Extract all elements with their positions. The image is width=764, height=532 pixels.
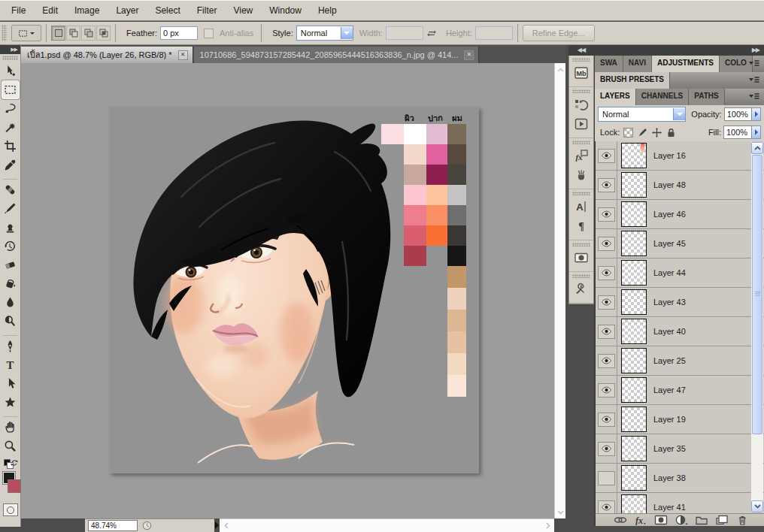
- panels-expand-icon[interactable]: ▶▶: [594, 45, 764, 56]
- add-to-selection-mode-button[interactable]: [66, 26, 80, 41]
- utilities-icon[interactable]: [571, 280, 591, 298]
- tool-zoom[interactable]: [2, 437, 20, 455]
- close-tab-icon[interactable]: ✕: [178, 50, 188, 60]
- layer-row[interactable]: Layer 40: [596, 317, 764, 346]
- layer-row[interactable]: Layer 38: [596, 464, 764, 493]
- visibility-toggle[interactable]: [598, 500, 615, 514]
- layer-row[interactable]: Layer 47: [596, 376, 764, 405]
- layer-thumbnail[interactable]: [621, 465, 647, 491]
- layer-thumbnail[interactable]: [621, 348, 647, 373]
- menu-layer[interactable]: Layer: [108, 2, 147, 20]
- layer-visibility-cell[interactable]: [596, 317, 617, 346]
- swap-dimensions-icon[interactable]: [426, 29, 437, 38]
- document-info-icon[interactable]: [142, 521, 152, 530]
- close-tab-icon[interactable]: ✕: [464, 50, 474, 60]
- lock-all-icon[interactable]: [666, 128, 676, 138]
- layer-visibility-cell[interactable]: [596, 346, 617, 375]
- default-colors-control[interactable]: [2, 458, 19, 470]
- scroll-right-icon[interactable]: [542, 520, 553, 531]
- tab-paths[interactable]: PATHS: [689, 89, 724, 105]
- tool-quick-selection[interactable]: [2, 118, 20, 137]
- tool-rectangular-marquee[interactable]: [2, 80, 20, 99]
- visibility-toggle[interactable]: [598, 413, 615, 427]
- layer-name[interactable]: Layer 16: [653, 151, 686, 160]
- layer-name[interactable]: Layer 35: [653, 444, 686, 453]
- menu-select[interactable]: Select: [147, 2, 188, 20]
- menu-image[interactable]: Image: [66, 2, 108, 20]
- tab-channels[interactable]: CHANNELS: [636, 89, 690, 105]
- layer-row[interactable]: Layer 48: [596, 171, 764, 200]
- fill-input[interactable]: 100%: [723, 125, 752, 139]
- dock-grip[interactable]: [572, 192, 590, 195]
- antialias-checkbox[interactable]: [204, 29, 214, 38]
- visibility-toggle[interactable]: [598, 383, 615, 397]
- height-input[interactable]: [475, 26, 513, 40]
- visibility-toggle[interactable]: [598, 442, 615, 456]
- scroll-up-icon[interactable]: [555, 64, 566, 75]
- link-layers-icon[interactable]: [614, 515, 627, 525]
- zoom-level-input[interactable]: 48.74%: [88, 520, 138, 531]
- tool-pen[interactable]: [2, 337, 20, 355]
- layer-name[interactable]: Layer 47: [653, 385, 686, 394]
- visibility-toggle[interactable]: [598, 295, 615, 310]
- character-icon[interactable]: A: [571, 198, 591, 216]
- tool-history-brush[interactable]: [2, 237, 20, 255]
- paragraph-icon[interactable]: ¶: [571, 217, 591, 235]
- opacity-slider-icon[interactable]: [752, 107, 761, 121]
- history-icon[interactable]: [571, 95, 591, 113]
- fill-slider-icon[interactable]: [752, 125, 761, 139]
- layer-visibility-cell[interactable]: [596, 141, 617, 170]
- lock-position-icon[interactable]: [652, 128, 662, 138]
- layer-name[interactable]: Layer 45: [653, 239, 686, 248]
- brush-presets-icon[interactable]: [571, 166, 591, 184]
- layer-visibility-cell[interactable]: [596, 405, 617, 434]
- scroll-down-icon[interactable]: [751, 500, 763, 512]
- canvas-pasteboard[interactable]: ผิวปากผม: [21, 63, 554, 518]
- scrollbar-thumb[interactable]: [752, 155, 762, 434]
- layer-thumbnail[interactable]: [621, 377, 647, 403]
- style-select[interactable]: Normal: [296, 26, 353, 41]
- visibility-toggle[interactable]: [598, 149, 615, 163]
- layer-visibility-cell[interactable]: [596, 434, 617, 463]
- tool-healing-brush[interactable]: [2, 180, 20, 199]
- layers-scrollbar[interactable]: [751, 142, 763, 512]
- tool-move[interactable]: [2, 62, 20, 80]
- layer-name[interactable]: Layer 43: [653, 298, 686, 307]
- tool-clone-stamp[interactable]: [2, 218, 20, 237]
- visibility-toggle[interactable]: [598, 237, 615, 251]
- quick-mask-button[interactable]: [3, 503, 18, 516]
- layer-thumbnail[interactable]: [621, 407, 647, 432]
- layer-thumbnail[interactable]: [621, 172, 647, 198]
- tool-blur[interactable]: [2, 293, 20, 312]
- swap-colors-icon[interactable]: [10, 458, 19, 467]
- layer-row[interactable]: Layer 45: [596, 229, 764, 258]
- dock-grip[interactable]: [572, 58, 590, 62]
- layer-name[interactable]: Layer 40: [653, 327, 686, 336]
- tab-layers[interactable]: LAYERS: [595, 89, 636, 105]
- tab-navi[interactable]: NAVI: [623, 56, 652, 72]
- tool-crop[interactable]: [2, 137, 20, 156]
- visibility-toggle[interactable]: [598, 178, 615, 192]
- menu-window[interactable]: Window: [261, 2, 310, 20]
- new-group-icon[interactable]: [695, 515, 708, 525]
- add-layer-mask-icon[interactable]: [654, 515, 668, 525]
- layer-row[interactable]: Layer 44: [596, 258, 764, 288]
- layer-name[interactable]: Layer 48: [653, 180, 686, 189]
- tool-preset-dropdown[interactable]: [11, 25, 41, 41]
- layer-thumbnail[interactable]: [621, 231, 647, 256]
- layer-styles-icon[interactable]: fx: [571, 147, 591, 165]
- tool-dodge[interactable]: [2, 312, 20, 331]
- masks-icon[interactable]: [571, 249, 591, 267]
- intersect-selection-mode-button[interactable]: [96, 26, 111, 41]
- layer-row[interactable]: Layer 25: [596, 346, 764, 376]
- layer-visibility-cell[interactable]: [596, 464, 617, 492]
- tab-brush-presets[interactable]: BRUSH PRESETS: [595, 72, 670, 89]
- tab-adjustments[interactable]: ADJUSTMENTS: [652, 56, 720, 72]
- subtract-from-selection-mode-button[interactable]: [81, 26, 96, 41]
- document-tab-1[interactable]: เปิ้ล1.psd @ 48.7% (Layer 26, RGB/8) *✕: [21, 47, 193, 63]
- tool-brush[interactable]: [2, 199, 20, 218]
- tool-eraser[interactable]: [2, 255, 20, 274]
- layer-visibility-cell[interactable]: [596, 288, 617, 316]
- layer-row[interactable]: Layer 19: [596, 405, 764, 434]
- document-tab-2[interactable]: 10710686_594873157285442_208596544451636…: [194, 47, 480, 63]
